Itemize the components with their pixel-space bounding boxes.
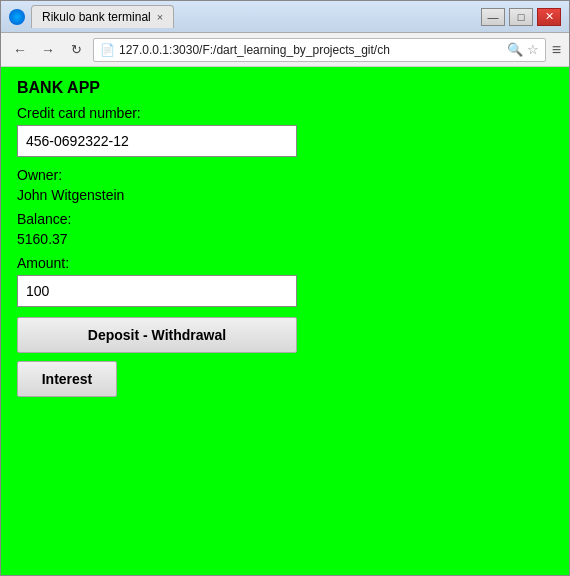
credit-card-label: Credit card number:	[17, 105, 553, 121]
app-title: BANK APP	[17, 79, 553, 97]
browser-icon	[9, 9, 25, 25]
deposit-withdrawal-button[interactable]: Deposit - Withdrawal	[17, 317, 297, 353]
title-bar: Rikulo bank terminal × — □ ✕	[1, 1, 569, 33]
url-text: 127.0.0.1:3030/F:/dart_learning_by_proje…	[119, 43, 503, 57]
search-icon[interactable]: 🔍	[507, 42, 523, 57]
balance-value: 5160.37	[17, 231, 553, 247]
refresh-button[interactable]: ↻	[65, 39, 87, 61]
tab-title: Rikulo bank terminal	[42, 10, 151, 24]
owner-label: Owner:	[17, 167, 553, 183]
menu-icon[interactable]: ≡	[552, 41, 561, 59]
page-icon: 📄	[100, 43, 115, 57]
window-controls: — □ ✕	[481, 8, 561, 26]
back-button[interactable]: ←	[9, 39, 31, 61]
url-bar[interactable]: 📄 127.0.0.1:3030/F:/dart_learning_by_pro…	[93, 38, 546, 62]
close-button[interactable]: ✕	[537, 8, 561, 26]
tab-close-icon[interactable]: ×	[157, 11, 163, 23]
owner-value: John Witgenstein	[17, 187, 553, 203]
credit-card-input[interactable]	[17, 125, 297, 157]
star-icon[interactable]: ☆	[527, 42, 539, 57]
amount-input[interactable]	[17, 275, 297, 307]
minimize-button[interactable]: —	[481, 8, 505, 26]
maximize-button[interactable]: □	[509, 8, 533, 26]
browser-window: Rikulo bank terminal × — □ ✕ ← → ↻ 📄 127…	[0, 0, 570, 576]
address-bar: ← → ↻ 📄 127.0.0.1:3030/F:/dart_learning_…	[1, 33, 569, 67]
url-icons: 🔍 ☆	[507, 42, 539, 57]
page-content: BANK APP Credit card number: Owner: John…	[1, 67, 569, 575]
balance-label: Balance:	[17, 211, 553, 227]
amount-label: Amount:	[17, 255, 553, 271]
browser-tab[interactable]: Rikulo bank terminal ×	[31, 5, 174, 28]
forward-button[interactable]: →	[37, 39, 59, 61]
interest-button[interactable]: Interest	[17, 361, 117, 397]
